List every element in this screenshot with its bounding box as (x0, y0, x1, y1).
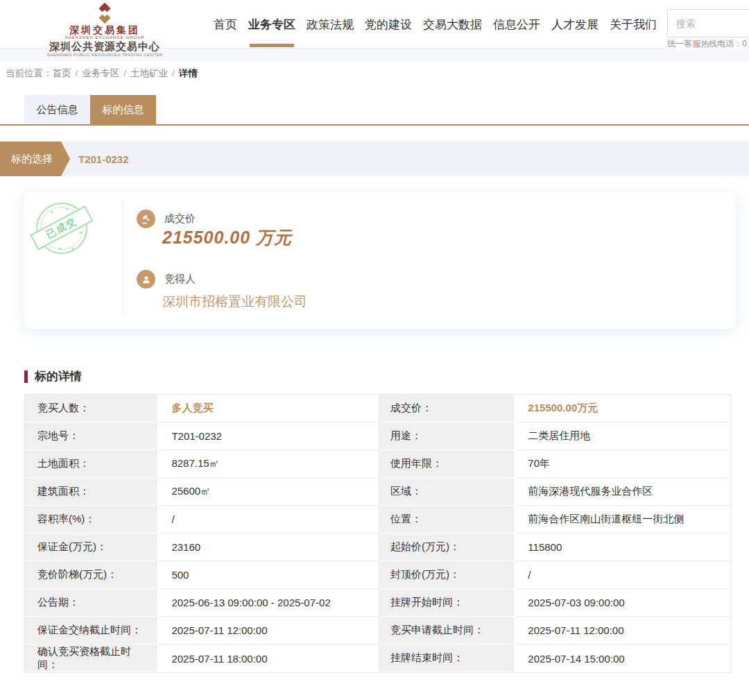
field-value: 2025-07-11 12:00:00 (515, 617, 731, 644)
nav-item-关于我们[interactable]: 关于我们 (610, 17, 657, 33)
site-header: 深圳交易集团 SHENZHEN EXCHANGE GROUP 深圳公共资源交易中… (0, 0, 749, 49)
person-icon (137, 270, 155, 289)
field-label: 保证金(万元)： (25, 533, 159, 561)
table-row: 竞买人数：多人竞买成交价：215500.00万元 (25, 395, 731, 422)
field-value: / (159, 506, 378, 533)
search-input[interactable] (667, 9, 749, 37)
field-value: 2025-07-11 12:00:00 (159, 617, 378, 644)
brand-cn-line1: 深圳交易集团 (43, 25, 166, 35)
field-value: 70年 (515, 450, 731, 478)
main-nav: 首页业务专区政策法规党的建设交易大数据信息公开人才发展关于我们 (214, 0, 657, 49)
deal-winner-label: 竞得人 (164, 273, 196, 286)
field-value: 前海合作区南山街道枢纽一街北侧 (515, 506, 731, 533)
deal-winner-value: 深圳市招榕置业有限公司 (162, 293, 307, 311)
tab-announcement-info[interactable]: 公告信息 (24, 95, 90, 124)
deal-price-label: 成交价 (164, 212, 196, 225)
field-label: 位置： (378, 506, 515, 533)
field-label: 宗地号： (25, 422, 159, 450)
card-divider (122, 201, 123, 316)
field-value: 前海深港现代服务业合作区 (515, 478, 731, 506)
target-select-bar: 标的选择 T201-0232 (0, 142, 749, 176)
nav-item-政策法规[interactable]: 政策法规 (307, 17, 354, 33)
field-value: 二类居住用地 (515, 422, 731, 450)
breadcrumb-current: 详情 (179, 68, 198, 78)
table-row: 容积率(%)：/位置：前海合作区南山街道枢纽一街北侧 (25, 506, 731, 533)
target-code-chip[interactable]: T201-0232 (78, 153, 129, 165)
field-value: 23160 (159, 533, 378, 561)
field-label: 区域： (378, 478, 515, 506)
detail-section-title: 标的详情 (24, 368, 749, 384)
breadcrumb-link[interactable]: 土地矿业 (130, 68, 168, 78)
field-label: 土地面积： (25, 450, 159, 478)
field-label: 竞价阶梯(万元)： (25, 561, 159, 589)
breadcrumb: 当前位置：首页/业务专区/土地矿业/详情 (0, 61, 749, 80)
title-accent-bar (24, 370, 28, 383)
nav-item-信息公开[interactable]: 信息公开 (493, 17, 540, 33)
field-value: 2025-06-13 09:00:00 - 2025-07-02 (159, 589, 378, 617)
table-row: 保证金交纳截止时间：2025-07-11 12:00:00竞买申请截止时间：20… (25, 617, 731, 644)
nav-item-首页[interactable]: 首页 (214, 17, 237, 33)
field-label: 竞买人数： (25, 395, 159, 422)
tab-target-info[interactable]: 标的信息 (90, 95, 156, 124)
field-label: 用途： (378, 422, 515, 450)
table-row: 宗地号：T201-0232用途：二类居住用地 (25, 422, 731, 450)
gavel-icon (137, 210, 155, 228)
table-row: 确认竞买资格截止时间：2025-07-11 18:00:00挂牌结束时间：202… (25, 644, 731, 672)
breadcrumb-separator: / (172, 68, 175, 78)
table-row: 保证金(万元)：23160起始价(万元)：115800 (25, 533, 731, 561)
field-value: 多人竞买 (159, 395, 378, 422)
breadcrumb-separator: / (76, 68, 78, 78)
field-label: 建筑面积： (25, 478, 159, 506)
field-label: 封顶价(万元)： (378, 561, 515, 589)
nav-item-党的建设[interactable]: 党的建设 (365, 17, 412, 33)
brand-en-line1: SHENZHEN EXCHANGE GROUP (43, 35, 166, 40)
breadcrumb-link[interactable]: 业务专区 (82, 68, 119, 78)
field-value: 500 (159, 561, 378, 589)
nav-item-人才发展[interactable]: 人才发展 (551, 17, 599, 33)
field-label: 容积率(%)： (25, 506, 159, 533)
deal-done-stamp: ✦ ✦ ✦ ✦ ✦ ✦ 已成交 (33, 200, 89, 256)
table-row: 建筑面积：25600㎡区域：前海深港现代服务业合作区 (25, 478, 731, 506)
detail-title-text: 标的详情 (35, 368, 82, 384)
brand-en-line2: SHENZHEN PUBLIC RESOURCES TRADING CENTER (43, 52, 166, 58)
breadcrumb-link[interactable]: 首页 (53, 68, 71, 78)
field-value: 8287.15㎡ (159, 450, 378, 478)
field-value: T201-0232 (159, 422, 378, 450)
tab-bar: 公告信息 标的信息 (0, 95, 749, 126)
field-label: 竞买申请截止时间： (378, 617, 515, 644)
field-label: 起始价(万元)： (378, 533, 515, 561)
field-value: 2025-07-03 09:00:00 (515, 589, 731, 617)
logo-diamond-icon (93, 1, 117, 25)
field-label: 公告期： (25, 589, 159, 617)
field-label: 成交价： (378, 395, 515, 422)
field-label: 确认竞买资格截止时间： (25, 644, 159, 672)
field-label: 挂牌开始时间： (378, 589, 515, 617)
field-value: / (515, 561, 731, 589)
brand-cn-line2: 深圳公共资源交易中心 (43, 40, 166, 52)
nav-item-交易大数据[interactable]: 交易大数据 (423, 17, 482, 33)
deal-result-card: ✦ ✦ ✦ ✦ ✦ ✦ 已成交 成交价 215500.00 万元 (23, 191, 737, 330)
field-value: 215500.00万元 (515, 395, 731, 422)
deal-price-value: 215500.00 万元 (162, 226, 292, 249)
field-value: 25600㎡ (159, 478, 378, 506)
breadcrumb-prefix: 当前位置： (6, 68, 53, 78)
field-value: 2025-07-14 15:00:00 (515, 644, 731, 672)
table-row: 公告期：2025-06-13 09:00:00 - 2025-07-02挂牌开始… (25, 589, 731, 617)
field-label: 保证金交纳截止时间： (25, 617, 159, 644)
field-value: 115800 (515, 533, 731, 561)
hotline-text: 统一客服热线电话：0 (664, 38, 747, 50)
detail-table: 竞买人数：多人竞买成交价：215500.00万元宗地号：T201-0232用途：… (24, 394, 732, 673)
target-select-label[interactable]: 标的选择 (0, 142, 70, 176)
field-value: 2025-07-11 18:00:00 (159, 644, 378, 672)
table-row: 土地面积：8287.15㎡使用年限：70年 (25, 450, 731, 478)
field-label: 使用年限： (378, 450, 515, 478)
table-row: 竞价阶梯(万元)：500封顶价(万元)：/ (25, 561, 731, 589)
site-logo[interactable]: 深圳交易集团 SHENZHEN EXCHANGE GROUP 深圳公共资源交易中… (43, 1, 166, 58)
field-label: 挂牌结束时间： (378, 644, 515, 672)
breadcrumb-separator: / (123, 68, 126, 78)
nav-item-业务专区[interactable]: 业务专区 (248, 17, 295, 33)
